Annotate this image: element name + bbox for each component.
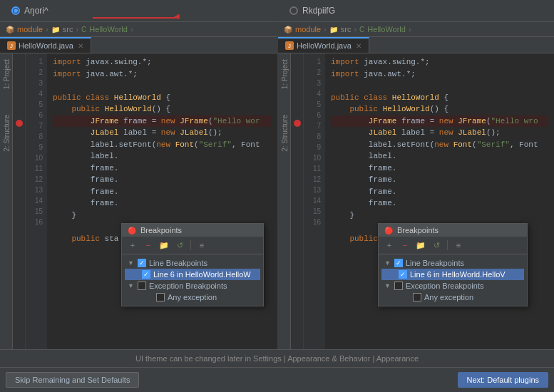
item-line6-right: Line 6 in HelloWorld.HelloV [410, 270, 506, 279]
right-theme-label: RkdpiifG [302, 6, 335, 16]
left-java-tab[interactable]: J HelloWorld.java ✕ [0, 37, 91, 53]
dialog-title-right: 🔴 Breakpoints [379, 224, 527, 237]
toggle-left-2[interactable]: ▼ [128, 282, 135, 289]
item-any-left: Any exception [168, 293, 217, 301]
bc-module-right: module [295, 25, 321, 33]
code-line: import javax.swing.*; [53, 56, 272, 68]
checkbox-right-3[interactable] [394, 282, 403, 290]
code-line-r: frame. [331, 163, 548, 175]
refresh-btn-left[interactable]: ↺ [173, 239, 186, 252]
tree-item-line-bp-left[interactable]: ▼ ✓ Line Breakpoints [125, 257, 260, 269]
right-tab-label: HelloWorld.java [297, 41, 352, 50]
remove-btn-right[interactable]: − [399, 239, 411, 252]
checkbox-right-1[interactable]: ✓ [394, 259, 403, 267]
right-gutter [291, 53, 304, 349]
code-line-r: } [331, 210, 548, 222]
right-theme-option[interactable]: RkdpiifG [289, 6, 335, 16]
toolbar-sep-right [447, 240, 448, 250]
left-dialog-toolbar: + − 📁 ↺ ≡ [122, 237, 263, 254]
right-breadcrumb: 📦 module › 📁 src › C HelloWorld › [278, 22, 554, 37]
item-exception-left: Exception Breakpoints [149, 282, 227, 290]
left-sidebar-labels: 1: Project 2: Structure [0, 53, 13, 349]
right-line-numbers: 12345 678910 1112131415 16 [304, 53, 325, 349]
code-line: public class HelloWorld { [53, 92, 272, 104]
code-line [53, 80, 272, 92]
tree-item-line6-left[interactable]: ✓ Line 6 in HelloWorld.HelloW [125, 269, 260, 280]
left-line-numbers: 12345 678910 1112131415 16 [26, 53, 47, 349]
breakpoints-dialog-left[interactable]: 🔴 Breakpoints + − 📁 ↺ ≡ ▼ ✓ Line Breakpo… [121, 223, 264, 306]
left-theme-option[interactable]: Aŋori^ [11, 6, 48, 16]
tree-item-any-left[interactable]: Any exception [125, 292, 260, 303]
folder-btn-right[interactable]: 📁 [414, 239, 427, 252]
toggle-left-1[interactable]: ▼ [128, 259, 135, 267]
right-sidebar-labels: 1: Project 2: Structure [278, 53, 291, 349]
code-line: import java.awt.*; [53, 68, 272, 81]
remove-btn-left[interactable]: − [142, 239, 155, 252]
left-panel: Aŋori^ 📦 module › 📁 src › C HelloWorld ›… [0, 0, 278, 349]
code-line-r: import javax.swing.*; [331, 56, 548, 68]
checkbox-left-1[interactable]: ✓ [138, 259, 146, 267]
folder-btn-left[interactable]: 📁 [158, 239, 170, 252]
code-line: JLabel label = new JLabel(); [53, 127, 272, 139]
src-icon-right: 📁 [329, 26, 338, 33]
menu-btn-left[interactable]: ≡ [195, 239, 208, 252]
code-line: public HelloWorld() { [53, 103, 272, 115]
left-project-label[interactable]: 1: Project [0, 53, 12, 95]
checkbox-left-4[interactable] [156, 293, 165, 301]
add-btn-left[interactable]: + [126, 239, 139, 252]
right-tab-bar: J HelloWorld.java ✕ [278, 37, 554, 53]
class-icon-left: C [81, 26, 86, 33]
toolbar-sep-left [190, 240, 191, 250]
next-button[interactable]: Next: Default plugins [458, 372, 549, 388]
java-icon-right: J [285, 41, 294, 50]
footer: Skip Remaining and Set Defaults Next: De… [0, 367, 554, 392]
skip-button[interactable]: Skip Remaining and Set Defaults [6, 372, 139, 388]
code-line: frame. [53, 163, 272, 175]
status-bar: UI theme can be changed later in Setting… [0, 349, 554, 367]
checkbox-left-3[interactable] [138, 282, 146, 290]
breakpoints-dialog-right[interactable]: 🔴 Breakpoints + − 📁 ↺ ≡ ▼ ✓ Line Breakpo… [378, 223, 528, 306]
code-line: frame. [53, 186, 272, 198]
left-structure-label[interactable]: 2: Structure [0, 109, 12, 158]
left-theme-selector: Aŋori^ [0, 0, 277, 22]
refresh-btn-right[interactable]: ↺ [430, 239, 443, 252]
menu-btn-right[interactable]: ≡ [452, 239, 465, 252]
right-project-label[interactable]: 1: Project [278, 53, 290, 95]
bc-class-left: HelloWorld [89, 25, 128, 33]
code-line-r: import java.awt.*; [331, 68, 548, 81]
tree-item-any-right[interactable]: Any exception [381, 292, 524, 303]
checkbox-left-2[interactable]: ✓ [142, 270, 150, 279]
toggle-right-1[interactable]: ▼ [384, 259, 391, 267]
code-line-r: frame. [331, 174, 548, 186]
checkbox-right-4[interactable] [413, 293, 421, 301]
right-java-tab[interactable]: J HelloWorld.java ✕ [278, 37, 369, 53]
checkbox-right-2[interactable]: ✓ [399, 270, 407, 279]
bc-src-right: src [341, 25, 352, 33]
toggle-right-2[interactable]: ▼ [384, 282, 391, 289]
tree-item-exception-left[interactable]: ▼ Exception Breakpoints [125, 280, 260, 292]
right-structure-label[interactable]: 2: Structure [278, 109, 290, 158]
item-line-bp-right: Line Breakpoints [406, 259, 464, 267]
tree-item-line6-right[interactable]: ✓ Line 6 in HelloWorld.HelloV [381, 269, 524, 280]
tree-item-exception-right[interactable]: ▼ Exception Breakpoints [381, 280, 524, 292]
code-line-r: public class HelloWorld { [331, 92, 548, 104]
left-tab-close[interactable]: ✕ [78, 42, 83, 50]
code-line: frame. [53, 197, 272, 210]
bc-module: module [17, 25, 43, 33]
right-theme-selector: RkdpiifG [278, 0, 554, 22]
code-line-r [331, 80, 548, 92]
code-line-r: frame. [331, 197, 548, 210]
tree-item-line-bp-right[interactable]: ▼ ✓ Line Breakpoints [381, 257, 524, 269]
arrow-line [93, 17, 178, 19]
left-dialog-tree: ▼ ✓ Line Breakpoints ✓ Line 6 in HelloWo… [122, 254, 263, 306]
left-breadcrumb: 📦 module › 📁 src › C HelloWorld › [0, 22, 277, 37]
dialog-title-text-right: Breakpoints [397, 226, 438, 234]
dialog-title-left: 🔴 Breakpoints [122, 224, 263, 237]
code-line-r: JLabel label = new JLabel(); [331, 127, 548, 139]
right-tab-close[interactable]: ✕ [356, 42, 361, 50]
bc-src: src [63, 25, 73, 33]
class-icon-right: C [359, 26, 364, 33]
left-radio[interactable] [11, 6, 20, 15]
right-radio[interactable] [289, 6, 298, 15]
add-btn-right[interactable]: + [383, 239, 396, 252]
